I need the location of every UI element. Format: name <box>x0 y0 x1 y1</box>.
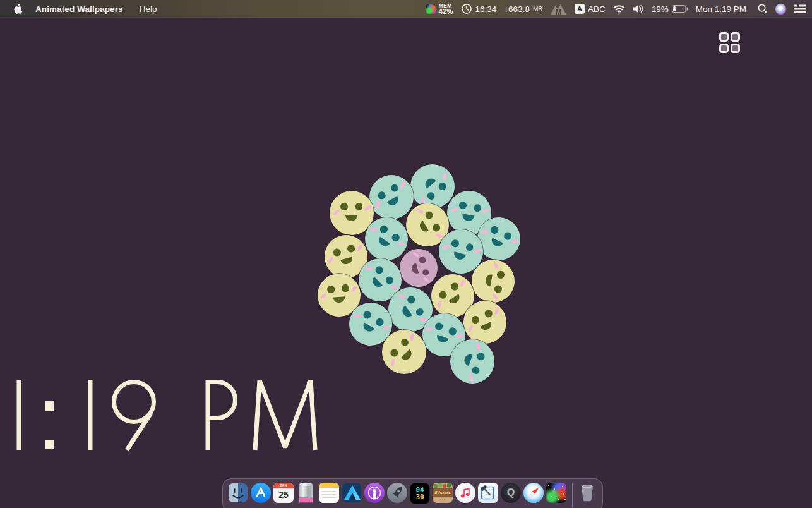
face-blush-right <box>494 307 500 315</box>
dock-item-music[interactable] <box>455 483 475 508</box>
dock-item-safari[interactable] <box>523 483 544 508</box>
face-eye-left <box>406 294 417 305</box>
stickers-label: Stickers <box>433 488 453 497</box>
face-eye-left <box>458 201 467 210</box>
app-store-icon <box>251 483 271 503</box>
face-mouth <box>423 176 436 189</box>
battery-cylinder-icon <box>296 483 316 503</box>
face-blush-right <box>364 204 372 212</box>
face-blush-left <box>450 206 458 212</box>
face-eye-left <box>476 351 486 361</box>
face-blush-left <box>437 300 442 308</box>
dock-item-animated-wallpapers[interactable] <box>546 483 566 508</box>
trash-icon <box>578 483 597 503</box>
face-blush-right <box>481 207 489 214</box>
face-mouth <box>371 277 383 289</box>
rocket-icon <box>387 483 407 503</box>
face-eye-right <box>448 327 458 336</box>
face-blush-right <box>469 374 475 382</box>
face-eye-left <box>424 210 434 221</box>
dock-item-quicktime[interactable]: Q <box>501 483 521 508</box>
face-eye-right <box>385 275 395 286</box>
face-mouth <box>362 323 375 334</box>
face-blush-right <box>390 286 398 289</box>
face-blush-left <box>412 251 419 258</box>
face-blush-right <box>492 293 498 301</box>
face-blush-right <box>460 279 465 287</box>
dock-item-design-app[interactable] <box>342 483 362 508</box>
face-eye-right <box>494 285 502 293</box>
face-mouth <box>436 334 449 344</box>
face-mouth <box>400 306 412 319</box>
face-eye-right <box>342 284 350 293</box>
face-eye-right <box>471 366 481 375</box>
safari-icon <box>523 483 544 503</box>
dock-item-watch[interactable]: 04 30 <box>410 483 430 508</box>
xcode-icon <box>478 483 498 503</box>
face-blush-right <box>398 242 405 245</box>
dock-item-xcode[interactable] <box>478 483 498 508</box>
face-mouth <box>340 257 353 265</box>
face-mouth <box>490 238 503 248</box>
face-blush-left <box>481 229 489 234</box>
face-mouth <box>462 214 474 222</box>
music-icon <box>455 483 475 503</box>
dock-item-trash[interactable] <box>578 483 597 508</box>
face-eye-right <box>415 306 426 317</box>
fireworks-app-icon <box>546 483 566 503</box>
watch-face-icon: 04 30 <box>410 483 430 504</box>
face-blush-left <box>319 292 327 299</box>
face-mouth <box>410 263 418 274</box>
face-blush-left <box>370 227 378 231</box>
face-eye-left <box>438 290 448 300</box>
dock-item-rocket[interactable] <box>387 483 407 508</box>
wallpaper-clock-glyphs <box>0 374 335 454</box>
dock-item-finder[interactable] <box>228 483 248 508</box>
desktop: Animated Wallpapers Help MEM 42% 16:34 ↓… <box>0 0 812 508</box>
face-blush-left <box>441 244 450 250</box>
face-eye-right <box>465 243 474 252</box>
face-blush-left <box>390 359 394 367</box>
face-blush-right <box>423 277 430 283</box>
blue-triangle-design-icon <box>342 483 362 503</box>
face-blush-left <box>398 294 406 299</box>
face-mouth <box>345 215 357 221</box>
face-eye-right <box>422 269 429 276</box>
face-blush-left <box>467 324 474 332</box>
wallpaper-clock: 1:19 PM <box>0 374 335 454</box>
face-eye-left <box>389 348 400 358</box>
face-eye-left <box>438 181 448 192</box>
face-eye-right <box>390 183 400 193</box>
face-eye-right <box>347 244 355 253</box>
face-eye-left <box>418 256 426 263</box>
face-eye-right <box>503 231 513 241</box>
quicktime-letter: Q <box>507 487 515 499</box>
dock-item-battery-app[interactable] <box>296 483 316 508</box>
face-blush-left <box>475 342 481 351</box>
face-eye-left <box>496 270 505 279</box>
face-mouth <box>484 274 493 286</box>
face-eye-left <box>376 190 386 200</box>
dock-item-calendar[interactable]: JAN 25 <box>273 483 294 508</box>
calendar-icon: JAN 25 <box>273 483 294 503</box>
stickers-dots: ••• <box>433 499 453 501</box>
face-blush-left <box>416 209 424 214</box>
face-blush-left <box>374 200 380 209</box>
dock: JAN 25 <box>222 478 603 508</box>
face-blush-right <box>456 333 464 338</box>
face-mouth <box>387 196 400 207</box>
dock-item-podcasts[interactable] <box>364 483 385 508</box>
face-eye-right <box>375 317 385 327</box>
dock-item-notes[interactable] <box>319 483 339 508</box>
stickers-icon: Stickers ••• <box>433 483 453 503</box>
face-eye-left <box>374 265 384 275</box>
face-blush-left <box>443 172 447 181</box>
face-eye-left <box>340 203 348 210</box>
quicktime-icon: Q <box>501 483 521 503</box>
face-mouth <box>377 237 390 248</box>
dock-item-stickers[interactable]: Stickers ••• <box>433 483 453 508</box>
face-mouth <box>453 251 466 260</box>
face-eye-left <box>490 225 499 234</box>
dock-item-app-store[interactable] <box>251 483 271 508</box>
face-eye-left <box>470 315 480 324</box>
